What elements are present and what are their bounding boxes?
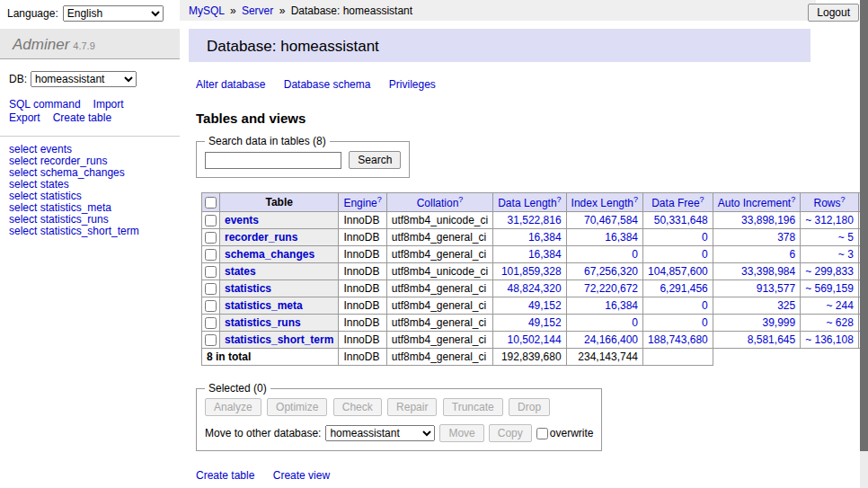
auto-increment-link[interactable]: 39,999	[762, 316, 795, 329]
app-title[interactable]: Adminer	[13, 36, 69, 53]
vertical-scrollbar-thumb[interactable]	[860, 0, 868, 451]
help-icon[interactable]: ?	[633, 195, 638, 204]
help-icon[interactable]: ?	[791, 195, 795, 204]
data-free-link[interactable]: 0	[702, 316, 708, 329]
row-checkbox[interactable]	[205, 317, 217, 329]
select-all-checkbox[interactable]	[205, 197, 217, 209]
move-button[interactable]: Move	[439, 424, 483, 442]
data-length-link[interactable]: 48,824,320	[508, 282, 562, 295]
data-length-link[interactable]: 49,152	[528, 316, 562, 329]
table-name-link[interactable]: states	[225, 265, 256, 278]
index-length-link[interactable]: 67,256,320	[584, 265, 638, 278]
index-length-link[interactable]: 0	[632, 248, 638, 261]
data-length-sort-link[interactable]: Data Length	[498, 197, 556, 209]
auto-increment-link[interactable]: 33,898,196	[741, 214, 795, 226]
row-checkbox[interactable]	[205, 266, 217, 278]
auto-increment-link[interactable]: 913,577	[757, 282, 795, 295]
data-free-link[interactable]: 0	[702, 299, 708, 312]
data-free-link[interactable]: 0	[702, 231, 708, 244]
table-name-link[interactable]: statistics_meta	[225, 299, 303, 312]
rows-count-link[interactable]: ~ 299,833	[805, 265, 854, 278]
auto-increment-link[interactable]: 33,398,984	[741, 265, 795, 278]
row-checkbox[interactable]	[205, 232, 217, 244]
table-name-link[interactable]: events	[225, 214, 259, 226]
create-table-link[interactable]: Create table	[196, 469, 254, 482]
data-free-link[interactable]: 50,331,648	[654, 214, 708, 226]
data-length-link[interactable]: 16,384	[528, 231, 562, 244]
rows-sort-link[interactable]: Rows	[814, 197, 841, 209]
overwrite-checkbox[interactable]	[536, 428, 548, 439]
alter-database-link[interactable]: Alter database	[196, 78, 265, 91]
row-checkbox[interactable]	[205, 300, 217, 312]
check-button[interactable]: Check	[333, 398, 382, 416]
rows-count-link[interactable]: ~ 569,159	[805, 282, 854, 295]
engine-sort-link[interactable]: Engine	[343, 197, 376, 209]
rows-count-link[interactable]: ~ 136,108	[805, 333, 854, 346]
data-free-link[interactable]: 188,743,680	[648, 333, 708, 346]
sidebar-item-select-statistics-short-term[interactable]: select statistics_short_term	[9, 226, 171, 237]
index-length-link[interactable]: 72,220,672	[584, 282, 638, 295]
table-name-link[interactable]: recorder_runs	[225, 231, 297, 244]
rows-count-link[interactable]: ~ 3	[838, 248, 854, 261]
data-length-link[interactable]: 101,859,328	[501, 265, 562, 278]
privileges-link[interactable]: Privileges	[389, 78, 436, 91]
data-length-link[interactable]: 49,152	[528, 299, 562, 312]
table-name-link[interactable]: statistics_runs	[225, 316, 301, 329]
row-checkbox[interactable]	[205, 215, 217, 226]
help-icon[interactable]: ?	[458, 195, 463, 204]
data-free-link[interactable]: 0	[702, 248, 708, 261]
help-icon[interactable]: ?	[377, 195, 382, 204]
data-free-link[interactable]: 104,857,600	[648, 265, 708, 278]
help-icon[interactable]: ?	[841, 195, 846, 204]
auto-increment-link[interactable]: 8,581,645	[748, 333, 795, 346]
auto-increment-link[interactable]: 378	[777, 231, 795, 244]
search-input[interactable]	[205, 152, 341, 169]
repair-button[interactable]: Repair	[387, 398, 437, 416]
row-checkbox[interactable]	[205, 334, 217, 346]
language-select[interactable]: English	[63, 5, 164, 22]
auto-increment-link[interactable]: 325	[777, 299, 795, 312]
truncate-button[interactable]: Truncate	[443, 398, 503, 416]
sidebar-export-link[interactable]: Export	[9, 111, 40, 125]
data-length-link[interactable]: 10,502,144	[508, 333, 562, 346]
collation-sort-link[interactable]: Collation	[417, 197, 459, 209]
index-length-link[interactable]: 24,166,400	[584, 333, 638, 346]
index-length-link[interactable]: 70,467,584	[584, 214, 638, 226]
sidebar-create-table-link[interactable]: Create table	[53, 111, 111, 125]
index-length-link[interactable]: 0	[632, 316, 638, 329]
rows-count-link[interactable]: ~ 312,180	[805, 214, 854, 226]
copy-button[interactable]: Copy	[489, 424, 532, 442]
data-length-link[interactable]: 16,384	[528, 248, 562, 261]
help-icon[interactable]: ?	[557, 195, 562, 204]
search-button[interactable]: Search	[349, 151, 401, 169]
logout-button[interactable]: Logout	[808, 4, 859, 22]
sidebar-sql-command-link[interactable]: SQL command	[9, 98, 81, 111]
breadcrumb-mysql-link[interactable]: MySQL	[189, 4, 225, 17]
move-database-select[interactable]: homeassistant	[325, 425, 435, 441]
row-checkbox[interactable]	[205, 283, 217, 295]
data-free-link[interactable]: 6,291,456	[660, 282, 707, 295]
create-view-link[interactable]: Create view	[273, 469, 330, 482]
vertical-scrollbar-track[interactable]	[860, 0, 868, 488]
index-length-link[interactable]: 16,384	[605, 299, 638, 312]
sidebar-import-link[interactable]: Import	[93, 98, 124, 111]
index-length-link[interactable]: 16,384	[605, 231, 638, 244]
table-name-link[interactable]: schema_changes	[225, 248, 314, 261]
auto-increment-link[interactable]: 6	[789, 248, 795, 261]
help-icon[interactable]: ?	[700, 195, 704, 204]
database-schema-link[interactable]: Database schema	[284, 78, 371, 91]
data-length-link[interactable]: 31,522,816	[508, 214, 562, 226]
table-name-link[interactable]: statistics	[225, 282, 271, 295]
table-name-link[interactable]: statistics_short_term	[225, 333, 333, 346]
drop-button[interactable]: Drop	[509, 398, 550, 416]
analyze-button[interactable]: Analyze	[205, 398, 261, 416]
row-checkbox[interactable]	[205, 249, 217, 261]
auto-increment-sort-link[interactable]: Auto Increment	[718, 197, 791, 209]
optimize-button[interactable]: Optimize	[267, 398, 327, 416]
index-length-sort-link[interactable]: Index Length	[571, 197, 633, 209]
db-select[interactable]: homeassistant	[31, 71, 137, 87]
rows-count-link[interactable]: ~ 244	[827, 299, 854, 312]
breadcrumb-server-link[interactable]: Server	[242, 4, 273, 17]
rows-count-link[interactable]: ~ 628	[827, 316, 854, 329]
rows-count-link[interactable]: ~ 5	[838, 231, 854, 244]
